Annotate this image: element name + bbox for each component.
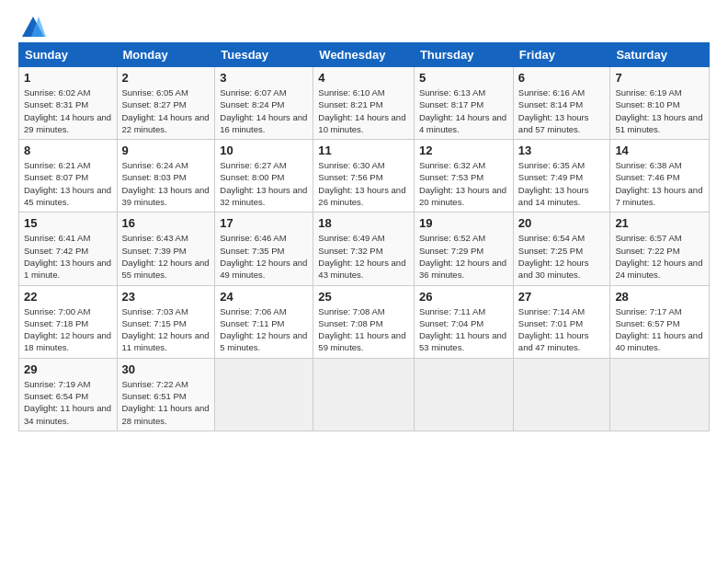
calendar-cell: 5Sunrise: 6:13 AMSunset: 8:17 PMDaylight… [414,67,513,140]
day-number: 17 [220,216,308,230]
day-number: 30 [122,362,210,376]
day-detail: Sunrise: 6:52 AMSunset: 7:29 PMDaylight:… [419,232,508,281]
day-detail: Sunrise: 6:57 AMSunset: 7:22 PMDaylight:… [615,232,704,281]
calendar-cell: 30Sunrise: 7:22 AMSunset: 6:51 PMDayligh… [117,358,215,431]
day-detail: Sunrise: 6:49 AMSunset: 7:32 PMDaylight:… [318,232,409,281]
calendar-week-3: 15Sunrise: 6:41 AMSunset: 7:42 PMDayligh… [19,213,710,285]
header-sunday: Sunday [19,43,118,67]
day-number: 26 [419,290,508,304]
day-number: 12 [419,144,508,157]
day-number: 18 [318,216,409,230]
day-number: 2 [122,71,210,85]
calendar-cell [513,358,610,431]
calendar-cell: 20Sunrise: 6:54 AMSunset: 7:25 PMDayligh… [513,213,610,285]
calendar-cell [215,358,313,431]
header-tuesday: Tuesday [215,43,313,67]
calendar-cell: 4Sunrise: 6:10 AMSunset: 8:21 PMDaylight… [313,67,415,140]
calendar-cell: 7Sunrise: 6:19 AMSunset: 8:10 PMDaylight… [610,67,710,140]
day-detail: Sunrise: 6:38 AMSunset: 7:46 PMDaylight:… [615,159,704,208]
calendar-cell: 22Sunrise: 7:00 AMSunset: 7:18 PMDayligh… [19,285,118,358]
day-number: 6 [518,71,606,85]
day-number: 11 [318,144,409,157]
calendar-cell: 19Sunrise: 6:52 AMSunset: 7:29 PMDayligh… [414,213,513,285]
day-detail: Sunrise: 6:54 AMSunset: 7:25 PMDaylight:… [518,232,606,281]
day-number: 5 [419,71,508,85]
day-number: 16 [122,216,210,230]
day-number: 4 [318,71,409,85]
day-number: 22 [24,290,112,304]
day-number: 21 [615,216,704,230]
calendar-cell: 10Sunrise: 6:27 AMSunset: 8:00 PMDayligh… [215,140,313,213]
calendar-cell: 28Sunrise: 7:17 AMSunset: 6:57 PMDayligh… [610,285,710,358]
calendar-cell: 13Sunrise: 6:35 AMSunset: 7:49 PMDayligh… [513,140,610,213]
day-detail: Sunrise: 6:21 AMSunset: 8:07 PMDaylight:… [24,159,112,208]
day-detail: Sunrise: 6:35 AMSunset: 7:49 PMDaylight:… [518,159,606,208]
calendar-cell: 9Sunrise: 6:24 AMSunset: 8:03 PMDaylight… [117,140,215,213]
calendar-cell: 14Sunrise: 6:38 AMSunset: 7:46 PMDayligh… [610,140,710,213]
day-number: 23 [122,290,210,304]
day-detail: Sunrise: 6:32 AMSunset: 7:53 PMDaylight:… [419,159,508,208]
day-number: 24 [220,290,308,304]
calendar-header-row: SundayMondayTuesdayWednesdayThursdayFrid… [19,43,710,67]
calendar-cell: 25Sunrise: 7:08 AMSunset: 7:08 PMDayligh… [313,285,415,358]
day-number: 28 [615,290,704,304]
calendar-cell: 29Sunrise: 7:19 AMSunset: 6:54 PMDayligh… [19,358,118,431]
day-detail: Sunrise: 6:13 AMSunset: 8:17 PMDaylight:… [419,86,508,135]
calendar-cell: 24Sunrise: 7:06 AMSunset: 7:11 PMDayligh… [215,285,313,358]
logo-icon [20,15,46,40]
day-detail: Sunrise: 7:17 AMSunset: 6:57 PMDaylight:… [615,305,704,354]
day-detail: Sunrise: 6:41 AMSunset: 7:42 PMDaylight:… [24,232,112,281]
day-detail: Sunrise: 7:11 AMSunset: 7:04 PMDaylight:… [419,305,508,354]
calendar-cell: 6Sunrise: 6:16 AMSunset: 8:14 PMDaylight… [513,67,610,140]
day-detail: Sunrise: 7:03 AMSunset: 7:15 PMDaylight:… [122,305,210,354]
day-number: 10 [220,144,308,157]
day-number: 1 [24,71,112,85]
calendar-cell: 11Sunrise: 6:30 AMSunset: 7:56 PMDayligh… [313,140,415,213]
calendar-week-5: 29Sunrise: 7:19 AMSunset: 6:54 PMDayligh… [19,358,710,431]
day-number: 15 [24,216,112,230]
day-detail: Sunrise: 6:30 AMSunset: 7:56 PMDaylight:… [318,159,409,208]
day-detail: Sunrise: 6:07 AMSunset: 8:24 PMDaylight:… [220,86,308,135]
day-detail: Sunrise: 7:06 AMSunset: 7:11 PMDaylight:… [220,305,308,354]
calendar-cell [313,358,415,431]
day-number: 3 [220,71,308,85]
calendar-week-4: 22Sunrise: 7:00 AMSunset: 7:18 PMDayligh… [19,285,710,358]
header-wednesday: Wednesday [313,43,415,67]
header-friday: Friday [513,43,610,67]
day-number: 29 [24,362,112,376]
day-detail: Sunrise: 6:46 AMSunset: 7:35 PMDaylight:… [220,232,308,281]
calendar-cell: 12Sunrise: 6:32 AMSunset: 7:53 PMDayligh… [414,140,513,213]
day-number: 20 [518,216,606,230]
calendar-cell: 23Sunrise: 7:03 AMSunset: 7:15 PMDayligh… [117,285,215,358]
day-detail: Sunrise: 7:19 AMSunset: 6:54 PMDaylight:… [24,378,112,427]
day-number: 7 [615,71,704,85]
calendar-cell: 21Sunrise: 6:57 AMSunset: 7:22 PMDayligh… [610,213,710,285]
day-number: 13 [518,144,606,157]
header-saturday: Saturday [610,43,710,67]
day-detail: Sunrise: 6:05 AMSunset: 8:27 PMDaylight:… [122,86,210,135]
header-monday: Monday [117,43,215,67]
calendar-cell: 2Sunrise: 6:05 AMSunset: 8:27 PMDaylight… [117,67,215,140]
day-detail: Sunrise: 7:08 AMSunset: 7:08 PMDaylight:… [318,305,409,354]
calendar-cell: 3Sunrise: 6:07 AMSunset: 8:24 PMDaylight… [215,67,313,140]
day-number: 19 [419,216,508,230]
day-number: 8 [24,144,112,157]
calendar-cell [414,358,513,431]
calendar-cell: 18Sunrise: 6:49 AMSunset: 7:32 PMDayligh… [313,213,415,285]
day-detail: Sunrise: 7:14 AMSunset: 7:01 PMDaylight:… [518,305,606,354]
day-detail: Sunrise: 6:43 AMSunset: 7:39 PMDaylight:… [122,232,210,281]
day-detail: Sunrise: 6:27 AMSunset: 8:00 PMDaylight:… [220,159,308,208]
calendar-cell: 8Sunrise: 6:21 AMSunset: 8:07 PMDaylight… [19,140,118,213]
header-thursday: Thursday [414,43,513,67]
day-detail: Sunrise: 6:02 AMSunset: 8:31 PMDaylight:… [24,86,112,135]
calendar-week-1: 1Sunrise: 6:02 AMSunset: 8:31 PMDaylight… [19,67,710,140]
day-number: 27 [518,290,606,304]
calendar-cell: 27Sunrise: 7:14 AMSunset: 7:01 PMDayligh… [513,285,610,358]
calendar-cell: 15Sunrise: 6:41 AMSunset: 7:42 PMDayligh… [19,213,118,285]
day-number: 9 [122,144,210,157]
day-detail: Sunrise: 6:10 AMSunset: 8:21 PMDaylight:… [318,86,409,135]
day-number: 14 [615,144,704,157]
calendar-table: SundayMondayTuesdayWednesdayThursdayFrid… [18,42,710,431]
calendar-cell [610,358,710,431]
calendar-week-2: 8Sunrise: 6:21 AMSunset: 8:07 PMDaylight… [19,140,710,213]
